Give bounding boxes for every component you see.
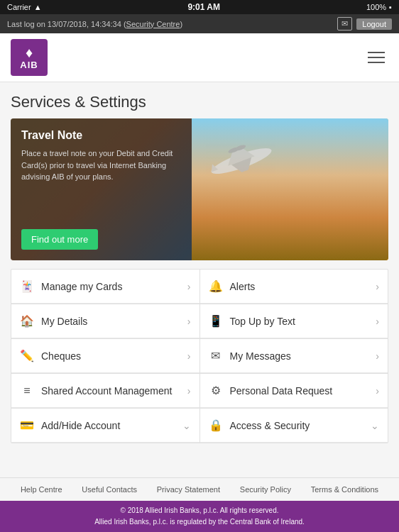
- menu-item-left: 🏠 My Details: [20, 314, 87, 328]
- aib-logo[interactable]: ♦ AIB: [11, 39, 48, 76]
- battery-icon: ▪: [389, 3, 392, 11]
- hamburger-line-1: [368, 52, 385, 53]
- menu-label-alerts: Alerts: [230, 281, 256, 292]
- chevron-my-messages: ›: [376, 350, 379, 362]
- find-out-more-button[interactable]: Find out more: [21, 229, 98, 250]
- banner-image: [192, 118, 388, 260]
- menu-icon-shared-account: ≡: [20, 384, 34, 397]
- banner-content: Travel Note Place a travel note on your …: [11, 118, 192, 260]
- menu-label-my-details: My Details: [41, 316, 87, 327]
- menu-item-left: ✏️ Cheques: [20, 349, 81, 362]
- menu-icon-top-up: 📱: [209, 314, 223, 328]
- menu-item-personal-data[interactable]: ⚙ Personal Data Request ›: [200, 374, 388, 408]
- menu-item-add-hide[interactable]: 💳 Add/Hide Account ⌄: [11, 409, 200, 443]
- menu-label-cheques: Cheques: [41, 350, 81, 362]
- menu-item-manage-cards[interactable]: 🃏 Manage my Cards ›: [11, 270, 200, 304]
- plane-icon: [199, 133, 284, 189]
- log-bar-right: ✉ Logout: [337, 17, 392, 31]
- menu-icon-cheques: ✏️: [20, 349, 34, 362]
- page-title-bar: Services & Settings: [0, 82, 399, 118]
- status-right: 100% ▪: [366, 3, 392, 11]
- menu-item-access-security[interactable]: 🔒 Access & Security ⌄: [200, 409, 388, 443]
- footer-link-useful-contacts[interactable]: Useful Contacts: [82, 485, 137, 494]
- log-bar: Last log on 13/07/2018, 14:34:34 (Securi…: [0, 14, 399, 33]
- menu-item-left: 📱 Top Up by Text: [209, 314, 295, 328]
- menu-label-manage-cards: Manage my Cards: [41, 281, 122, 292]
- menu-item-left: 💳 Add/Hide Account: [20, 419, 120, 432]
- bottom-bar: © 2018 Allied Irish Banks, p.l.c. All ri…: [0, 501, 399, 532]
- menu-label-my-messages: My Messages: [230, 350, 291, 362]
- menu-item-top-up[interactable]: 📱 Top Up by Text ›: [200, 304, 388, 338]
- menu-label-access-security: Access & Security: [230, 420, 310, 431]
- menu-grid: 🃏 Manage my Cards › 🔔 Alerts › 🏠 My Deta…: [11, 269, 388, 443]
- chevron-cheques: ›: [187, 350, 191, 362]
- chevron-top-up: ›: [376, 316, 379, 327]
- menu-icon-manage-cards: 🃏: [20, 279, 34, 293]
- menu-item-my-details[interactable]: 🏠 My Details ›: [11, 304, 200, 338]
- footer-link-terms-conditions[interactable]: Terms & Conditions: [311, 485, 378, 494]
- bottom-line-1: © 2018 Allied Irish Banks, p.l.c. All ri…: [7, 505, 392, 516]
- hamburger-line-3: [368, 62, 385, 63]
- footer-link-help-centre[interactable]: Help Centre: [21, 485, 62, 494]
- email-button[interactable]: ✉: [337, 17, 352, 31]
- carrier-label: Carrier: [7, 3, 31, 11]
- menu-item-left: 🔔 Alerts: [209, 279, 256, 293]
- header: ♦ AIB: [0, 33, 399, 82]
- travel-banner: Travel Note Place a travel note on your …: [11, 118, 388, 260]
- page-title: Services & Settings: [11, 93, 388, 111]
- menu-icon-add-hide: 💳: [20, 419, 34, 432]
- menu-item-left: 🔒 Access & Security: [209, 419, 310, 432]
- chevron-access-security: ⌄: [371, 420, 379, 431]
- menu-label-personal-data: Personal Data Request: [230, 385, 333, 397]
- status-left: Carrier ▲: [7, 3, 42, 11]
- status-bar: Carrier ▲ 9:01 AM 100% ▪: [0, 0, 399, 14]
- footer-link-security-policy[interactable]: Security Policy: [240, 485, 291, 494]
- menu-item-left: 🃏 Manage my Cards: [20, 279, 122, 293]
- banner-title: Travel Note: [21, 129, 181, 142]
- aib-logo-text: AIB: [20, 60, 38, 70]
- chevron-alerts: ›: [376, 281, 379, 292]
- menu-icon-my-details: 🏠: [20, 314, 34, 328]
- menu-item-shared-account[interactable]: ≡ Shared Account Management ›: [11, 374, 200, 408]
- status-time: 9:01 AM: [187, 2, 220, 12]
- menu-item-left: ≡ Shared Account Management: [20, 384, 172, 397]
- chevron-add-hide: ⌄: [182, 420, 191, 431]
- banner-description: Place a travel note on your Debit and Cr…: [21, 148, 181, 183]
- logout-button[interactable]: Logout: [356, 18, 392, 30]
- menu-label-top-up: Top Up by Text: [230, 316, 295, 327]
- wifi-icon: ▲: [34, 3, 42, 11]
- footer-link-privacy-statement[interactable]: Privacy Statement: [157, 485, 220, 494]
- sky-background: [192, 118, 388, 260]
- bottom-line-2: Allied Irish Banks, p.l.c. is regulated …: [7, 516, 392, 528]
- menu-item-cheques[interactable]: ✏️ Cheques ›: [11, 339, 200, 373]
- hamburger-menu[interactable]: [364, 48, 388, 67]
- menu-item-alerts[interactable]: 🔔 Alerts ›: [200, 270, 388, 304]
- menu-label-add-hide: Add/Hide Account: [41, 420, 120, 431]
- aib-bull-icon: ♦: [20, 45, 38, 60]
- menu-item-my-messages[interactable]: ✉ My Messages ›: [200, 339, 388, 373]
- chevron-shared-account: ›: [187, 385, 191, 397]
- battery-label: 100%: [366, 3, 386, 11]
- chevron-manage-cards: ›: [187, 281, 191, 292]
- chevron-my-details: ›: [187, 316, 191, 327]
- menu-icon-my-messages: ✉: [209, 349, 223, 362]
- menu-label-shared-account: Shared Account Management: [41, 385, 172, 397]
- security-centre-link[interactable]: Security Centre: [126, 20, 180, 28]
- menu-icon-alerts: 🔔: [209, 279, 223, 293]
- menu-item-left: ⚙ Personal Data Request: [209, 384, 333, 397]
- log-text: Last log on 13/07/2018, 14:34:34 (Securi…: [7, 20, 182, 28]
- footer-links: Help CentreUseful ContactsPrivacy Statem…: [0, 477, 399, 501]
- hamburger-line-2: [368, 57, 385, 58]
- menu-item-left: ✉ My Messages: [209, 349, 291, 362]
- menu-icon-access-security: 🔒: [209, 419, 223, 432]
- chevron-personal-data: ›: [376, 385, 379, 397]
- menu-icon-personal-data: ⚙: [209, 384, 223, 397]
